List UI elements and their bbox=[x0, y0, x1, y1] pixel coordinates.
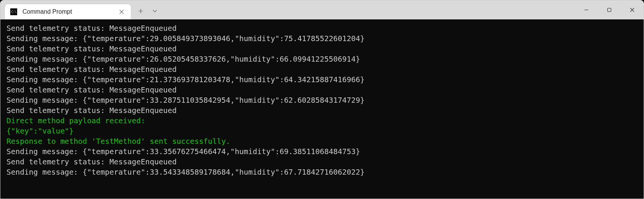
close-tab-button[interactable] bbox=[118, 8, 125, 16]
tab-title: Command Prompt bbox=[22, 8, 114, 15]
terminal-line: Send telemetry status: MessageEnqueued bbox=[6, 105, 638, 116]
terminal-line: {"key":"value"} bbox=[6, 126, 638, 136]
terminal-line: Send telemetry status: MessageEnqueued bbox=[6, 64, 638, 75]
terminal-line: Sending message: {"temperature":26.05205… bbox=[6, 54, 638, 64]
terminal-line: Send telemetry status: MessageEnqueued bbox=[6, 23, 638, 33]
tab-command-prompt[interactable]: C:\ Command Prompt bbox=[5, 4, 131, 19]
terminal-line: Sending message: {"temperature":33.35676… bbox=[6, 146, 638, 157]
terminal-line: Sending message: {"temperature":21.37369… bbox=[6, 75, 638, 85]
tab-dropdown-button[interactable] bbox=[148, 3, 161, 19]
terminal-output[interactable]: Send telemetry status: MessageEnqueuedSe… bbox=[0, 19, 644, 199]
terminal-line: Sending message: {"temperature":29.00584… bbox=[6, 33, 638, 44]
terminal-line: Sending message: {"temperature":33.54334… bbox=[6, 167, 638, 177]
terminal-line: Direct method payload received: bbox=[6, 116, 638, 126]
plus-icon bbox=[138, 8, 143, 14]
minimize-button[interactable] bbox=[575, 0, 598, 19]
close-window-button[interactable] bbox=[621, 0, 644, 19]
terminal-line: Response to method 'TestMethod' sent suc… bbox=[6, 136, 638, 146]
maximize-button[interactable] bbox=[598, 0, 621, 19]
terminal-line: Send telemetry status: MessageEnqueued bbox=[6, 85, 638, 95]
new-tab-button[interactable] bbox=[133, 3, 148, 19]
tab-strip: C:\ Command Prompt bbox=[0, 0, 161, 19]
terminal-line: Send telemetry status: MessageEnqueued bbox=[6, 157, 638, 167]
command-prompt-icon: C:\ bbox=[10, 8, 17, 15]
terminal-window: C:\ Command Prompt bbox=[0, 0, 644, 199]
chevron-down-icon bbox=[153, 10, 157, 13]
window-controls bbox=[575, 0, 644, 19]
svg-rect-5 bbox=[608, 8, 611, 12]
maximize-icon bbox=[607, 8, 612, 12]
terminal-line: Send telemetry status: MessageEnqueued bbox=[6, 44, 638, 54]
close-icon bbox=[630, 8, 634, 12]
titlebar: C:\ Command Prompt bbox=[0, 0, 644, 19]
terminal-line: Sending message: {"temperature":33.28751… bbox=[6, 95, 638, 105]
minimize-icon bbox=[584, 8, 589, 12]
close-icon bbox=[119, 10, 124, 14]
